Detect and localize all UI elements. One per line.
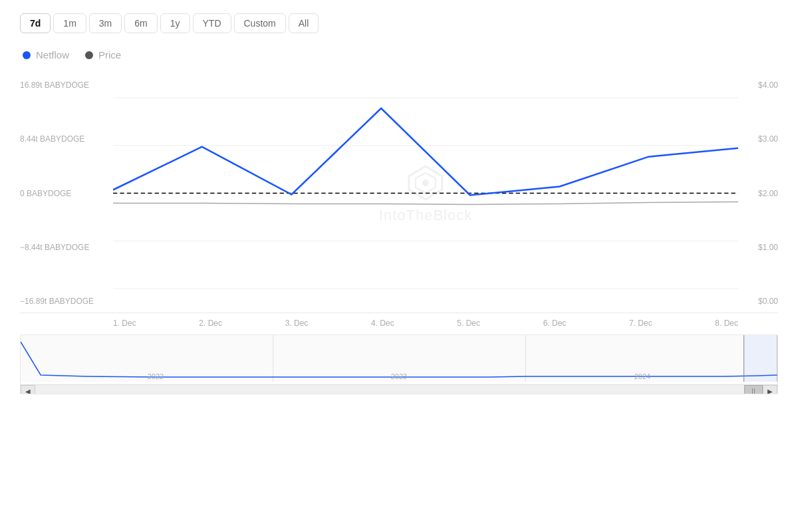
time-btn-custom[interactable]: Custom <box>234 13 286 33</box>
scroll-right-btn[interactable]: ▶ <box>763 385 777 395</box>
x-label-5: 5. Dec <box>457 319 480 328</box>
x-label-2: 2. Dec <box>199 319 222 328</box>
x-label-1: 1. Dec <box>113 319 136 328</box>
legend-price: Price <box>85 49 121 61</box>
x-axis: 1. Dec 2. Dec 3. Dec 4. Dec 5. Dec 6. De… <box>113 313 738 328</box>
time-btn-all[interactable]: All <box>289 13 319 33</box>
y-label-right-2: $3.00 <box>758 134 778 144</box>
time-btn-6m[interactable]: 6m <box>124 13 157 33</box>
scroll-thumb[interactable] <box>744 385 763 394</box>
mini-year-2023: 2023 <box>391 372 407 380</box>
time-btn-1m[interactable]: 1m <box>53 13 86 33</box>
y-label-bottom: −16.89t BABYDOGE <box>20 297 94 306</box>
time-btn-7d[interactable]: 7d <box>20 13 51 33</box>
x-label-7: 7. Dec <box>629 319 652 328</box>
chart-svg-container: IntoTheBlock <box>113 74 738 313</box>
y-label-right-mid: $2.00 <box>758 189 778 198</box>
y-axis-right: $4.00 $3.00 $2.00 $1.00 $0.00 <box>758 74 778 313</box>
y-label-2: 8.44t BABYDOGE <box>20 134 94 144</box>
x-label-6: 6. Dec <box>543 319 567 328</box>
mini-year-2022: 2022 <box>148 372 164 380</box>
scrollbar: ◀ ▶ <box>21 384 777 394</box>
legend-netflow: Netflow <box>23 49 69 61</box>
x-label-3: 3. Dec <box>285 319 309 328</box>
mini-years: 2022 2023 2024 <box>21 372 777 380</box>
netflow-dot <box>23 51 31 59</box>
x-label-4: 4. Dec <box>371 319 394 328</box>
grip-line-2 <box>754 388 755 395</box>
main-chart: 16.89t BABYDOGE 8.44t BABYDOGE 0 BABYDOG… <box>20 74 778 313</box>
y-label-top: 16.89t BABYDOGE <box>20 80 94 90</box>
price-dot <box>85 51 93 59</box>
time-range-bar: 7d 1m 3m 6m 1y YTD Custom All <box>20 13 778 33</box>
chart-wrapper: 16.89t BABYDOGE 8.44t BABYDOGE 0 BABYDOG… <box>20 74 778 394</box>
time-btn-3m[interactable]: 3m <box>89 13 122 33</box>
time-btn-ytd[interactable]: YTD <box>193 13 231 33</box>
x-label-8: 8. Dec <box>715 319 738 328</box>
scroll-grip <box>752 388 755 395</box>
scroll-track[interactable] <box>35 385 763 394</box>
grip-line-1 <box>752 388 753 395</box>
y-label-right-neg1: $1.00 <box>758 243 778 252</box>
price-label: Price <box>98 49 121 61</box>
scroll-left-btn[interactable]: ◀ <box>21 385 35 395</box>
y-label-neg1: −8.44t BABYDOGE <box>20 243 94 252</box>
netflow-label: Netflow <box>36 49 69 61</box>
y-label-right-top: $4.00 <box>758 80 778 90</box>
chart-legend: Netflow Price <box>20 49 778 61</box>
y-label-right-bottom: $0.00 <box>758 297 778 306</box>
main-chart-svg <box>113 74 738 313</box>
y-axis-left: 16.89t BABYDOGE 8.44t BABYDOGE 0 BABYDOG… <box>20 74 94 313</box>
mini-year-2024: 2024 <box>634 372 650 380</box>
time-btn-1y[interactable]: 1y <box>160 13 190 33</box>
y-label-zero: 0 BABYDOGE <box>20 189 94 198</box>
mini-chart: 2022 2023 2024 ◀ ▶ <box>20 334 778 394</box>
